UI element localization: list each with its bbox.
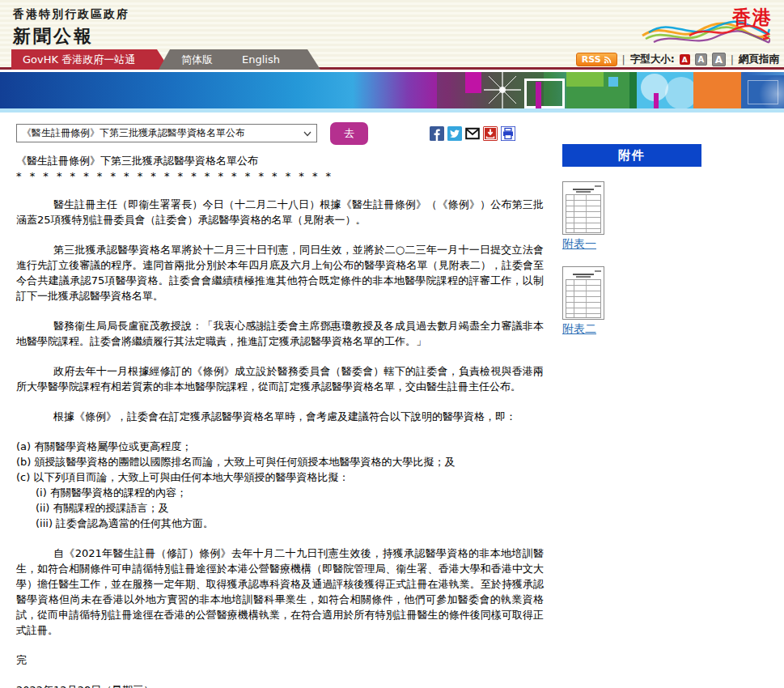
chevron-down-icon [303, 129, 312, 138]
font-size-small-button[interactable]: A [680, 54, 690, 65]
news-select-value: 《醫生註冊條例》下第三批獲承認醫學資格名單公布 [22, 126, 245, 140]
gov-titles: 香港特別行政區政府 新聞公報 [13, 7, 129, 49]
toolbar: 《醫生註冊條例》下第三批獲承認醫學資格名單公布 去 [16, 122, 769, 147]
list-item-c-iii: (iii) 註委會認為適當的任何其他方面。 [16, 516, 544, 531]
banner-image [0, 72, 784, 108]
attachment-item: 附表二 [562, 266, 701, 337]
attachment-link-2[interactable]: 附表二 [562, 322, 596, 337]
list-item-c: (c) 以下列項目而論，大致上可與由任何本地大學頒授的醫學資格比擬： [16, 469, 544, 485]
article-title: 《醫生註冊條例》下第三批獲承認醫學資格名單公布 [16, 153, 544, 168]
facebook-icon[interactable] [430, 126, 444, 141]
rss-label: RSS [582, 54, 601, 65]
separator: | [622, 53, 625, 66]
attachment-thumbnail-1[interactable] [562, 181, 604, 235]
tab-bar: GovHK 香港政府一站通 简体版 English RSS | 字型大小: A … [0, 49, 784, 70]
paragraph: 根據《條例》，註委會在訂定獲承認醫學資格名單時，會考慮及建議符合以下說明的醫學資… [16, 409, 544, 424]
attachment-item: 附表一 [562, 181, 701, 252]
print-icon[interactable] [501, 126, 515, 141]
gov-name: 香港特別行政區政府 [13, 7, 129, 22]
site-guide-link[interactable]: 網頁指南 [739, 53, 779, 66]
brand-logo: 香港 [641, 3, 774, 48]
starburst-decoration [484, 72, 521, 108]
criteria-list: (a) 有關醫學資格屬學位或更高程度； (b) 頒授該醫學資格的團體以國際排名而… [16, 439, 544, 531]
tab-govhk[interactable]: GovHK 香港政府一站通 [11, 49, 170, 70]
twitter-icon[interactable] [447, 126, 462, 141]
paragraph: 自《2021年醫生註冊（修訂）條例》去年十月二十九日刊憲生效後，持獲承認醫學資格… [16, 546, 544, 638]
end-mark: 完 [16, 652, 544, 668]
tab-language-group: 简体版 English [159, 49, 320, 70]
separator: | [731, 53, 734, 66]
utility-bar: RSS | 字型大小: A A A | 網頁指南 [576, 52, 779, 67]
press-release-page: 香港特別行政區政府 新聞公報 香港 GovHK 香港政府一站通 简体版 Engl… [0, 0, 784, 688]
banner-underline [0, 108, 784, 113]
title-divider: * * * * * * * * * * * * * * * * * * * * … [16, 168, 544, 184]
font-size-label: 字型大小: [630, 53, 675, 66]
list-item-c-ii: (ii) 有關課程的授課語言；及 [16, 500, 544, 516]
email-icon[interactable] [465, 126, 480, 141]
share-icons [430, 126, 515, 141]
download-icon[interactable] [483, 126, 498, 141]
attachments-sidebar: 附件 附表一 附表二 [562, 144, 701, 337]
attachment-link-1[interactable]: 附表一 [562, 237, 596, 252]
list-item-b: (b) 頒授該醫學資格的團體以國際排名而論，大致上可與任何頒授本地醫學資格的大學… [16, 454, 544, 469]
list-item-a: (a) 有關醫學資格屬學位或更高程度； [16, 439, 544, 454]
paragraph: 政府去年十一月根據經修訂的《條例》成立設於醫務委員會（醫委會）轄下的註委會，負責… [16, 363, 544, 394]
news-select[interactable]: 《醫生註冊條例》下第三批獲承認醫學資格名單公布 [16, 124, 317, 142]
tab-govhk-label: GovHK 香港政府一站通 [23, 53, 135, 67]
attachment-thumbnail-2[interactable] [562, 266, 604, 320]
attachments-header: 附件 [562, 144, 701, 167]
rss-icon [604, 56, 612, 64]
paragraph: 醫生註冊主任（即衞生署署長）今日（十二月二十八日）根據《醫生註冊條例》（《條例》… [16, 197, 544, 227]
brand-wordmark: 香港 [732, 5, 773, 30]
go-button[interactable]: 去 [330, 122, 368, 145]
tab-simplified[interactable]: 简体版 [181, 53, 213, 67]
font-size-large-button[interactable]: A [712, 53, 726, 66]
list-item-c-i: (i) 有關醫學資格的課程的內容； [16, 485, 544, 500]
rss-button[interactable]: RSS [576, 53, 617, 66]
site-header: 香港特別行政區政府 新聞公報 香港 [0, 0, 784, 49]
go-button-label: 去 [344, 126, 354, 141]
article: 《醫生註冊條例》下第三批獲承認醫學資格名單公布 * * * * * * * * … [16, 153, 544, 688]
tab-english[interactable]: English [242, 53, 280, 66]
page-title: 新聞公報 [13, 24, 129, 49]
paragraph: 第三批獲承認醫學資格名單將於十二月三十日刊憲，同日生效，並將於二○二三年一月十一… [16, 242, 544, 304]
date-line: 2022年12月28日（星期三） [16, 682, 544, 688]
paragraph: 醫務衞生局局長盧寵茂教授說：「我衷心感謝註委會主席鄧惠瓊教授及各成員過去數月竭盡… [16, 318, 544, 349]
font-size-medium-button[interactable]: A [695, 53, 707, 66]
